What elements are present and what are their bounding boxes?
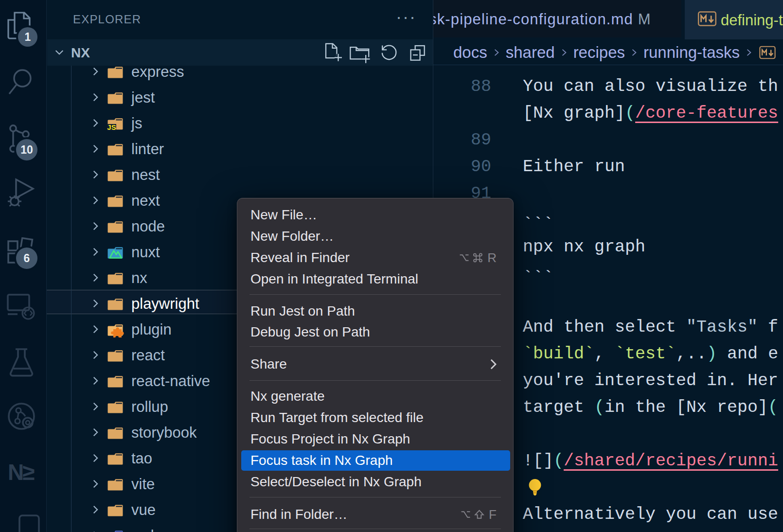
- svg-text:JS: JS: [107, 123, 116, 131]
